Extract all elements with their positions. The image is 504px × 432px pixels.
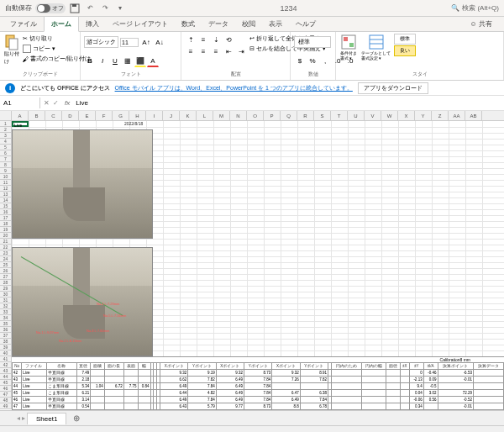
col-header[interactable]: K: [180, 111, 197, 120]
formula-bar[interactable]: Live: [72, 97, 504, 108]
cell-a1-selected[interactable]: Live: [12, 121, 29, 127]
qat-dropdown-icon[interactable]: ▾: [114, 3, 126, 14]
tab-help[interactable]: ヘルプ: [289, 17, 323, 31]
tab-file[interactable]: ファイル: [3, 17, 44, 31]
msgbar-title: どこにいても OFFICE にアクセス: [20, 84, 110, 92]
new-sheet-button[interactable]: ⊕: [68, 414, 85, 423]
cancel-formula-icon[interactable]: ✕: [44, 99, 50, 107]
decrease-font-icon[interactable]: A↓: [154, 36, 165, 48]
tab-formulas[interactable]: 数式: [175, 17, 202, 31]
col-header[interactable]: Z: [432, 111, 449, 120]
sheet-nav-prev-icon[interactable]: ▸: [22, 414, 25, 422]
align-right-icon[interactable]: ≡: [210, 45, 222, 57]
cell-date[interactable]: 2022/8/18: [124, 121, 143, 126]
tab-data[interactable]: データ: [202, 17, 235, 31]
indent-inc-icon[interactable]: ⇥: [235, 45, 247, 57]
measurement-table[interactable]: Calibration8 mm Noファイル名称直径面積面の長表面幅XポイントY…: [12, 356, 504, 410]
align-left-icon[interactable]: ≡: [185, 45, 197, 57]
group-clipboard-label: クリップボード: [3, 70, 76, 78]
percent-icon[interactable]: %: [307, 55, 318, 67]
col-header[interactable]: L: [197, 111, 213, 120]
col-header[interactable]: T: [331, 111, 348, 120]
col-header[interactable]: I: [146, 111, 163, 120]
select-all-corner[interactable]: [0, 111, 12, 120]
info-icon: i: [5, 83, 15, 93]
autosave-toggle[interactable]: オフ: [35, 3, 66, 13]
style-normal[interactable]: 標準: [394, 34, 416, 45]
conditional-format-button[interactable]: 条件付き 書式 ▾: [339, 34, 358, 61]
col-header[interactable]: G: [113, 111, 129, 120]
fill-color-button[interactable]: ⬛: [134, 55, 146, 67]
tab-view[interactable]: 表示: [262, 17, 289, 31]
col-header[interactable]: J: [163, 111, 180, 120]
autosave-label: 自動保存: [5, 3, 32, 13]
indent-dec-icon[interactable]: ⇤: [223, 45, 234, 57]
align-center-icon[interactable]: ≡: [197, 45, 209, 57]
increase-font-icon[interactable]: A↑: [140, 36, 152, 48]
number-format-select[interactable]: 標準: [294, 36, 331, 48]
worksheet-area[interactable]: ABCDEFGHIJKLMNOPQRSTUVWXYZAAAB 123456789…: [0, 111, 504, 410]
embedded-image-1[interactable]: [12, 129, 153, 239]
col-header[interactable]: C: [45, 111, 62, 120]
enter-formula-icon[interactable]: ✓: [53, 99, 59, 107]
col-header[interactable]: D: [62, 111, 79, 120]
col-header[interactable]: H: [129, 111, 146, 120]
col-header[interactable]: P: [264, 111, 281, 120]
tab-pagelayout[interactable]: ページ レイアウト: [106, 17, 175, 31]
cell-styles-gallery[interactable]: 標準 良い: [394, 34, 416, 56]
tab-home[interactable]: ホーム: [44, 16, 79, 32]
col-header[interactable]: E: [79, 111, 96, 120]
font-size-select[interactable]: 11: [120, 38, 139, 47]
font-name-select[interactable]: 游ゴシック: [84, 36, 118, 48]
col-header[interactable]: V: [365, 111, 381, 120]
undo-icon[interactable]: ↶: [84, 3, 96, 14]
col-header[interactable]: O: [247, 111, 264, 120]
col-header[interactable]: AA: [449, 111, 465, 120]
sheet-tab-sheet1[interactable]: Sheet1: [27, 413, 66, 424]
align-top-icon[interactable]: ⇡: [185, 34, 197, 45]
msgbar-download-button[interactable]: アプリをダウンロード: [358, 82, 428, 94]
col-header[interactable]: F: [96, 111, 113, 120]
col-header[interactable]: M: [213, 111, 230, 120]
bold-button[interactable]: B: [84, 55, 96, 67]
col-header[interactable]: U: [348, 111, 365, 120]
search-box[interactable]: 🔍 検索 (Alt+Q): [451, 3, 499, 13]
comma-icon[interactable]: ,: [319, 55, 331, 67]
msgbar-link[interactable]: Office モバイル アプリは、Word、Excel、PowerPoint を…: [115, 84, 353, 92]
currency-icon[interactable]: $: [294, 55, 306, 67]
col-header[interactable]: Q: [281, 111, 297, 120]
save-icon[interactable]: [69, 3, 81, 14]
copy-icon: [23, 45, 31, 53]
border-button[interactable]: ▦: [122, 55, 134, 67]
italic-button[interactable]: I: [97, 55, 108, 67]
col-header[interactable]: B: [29, 111, 45, 120]
message-bar: i どこにいても OFFICE にアクセス Office モバイル アプリは、W…: [0, 81, 504, 96]
align-bottom-icon[interactable]: ⇣: [210, 34, 222, 45]
title-bar: 自動保存 オフ ↶ ↷ ▾ 1234 🔍 検索 (Alt+Q): [0, 0, 504, 17]
paste-button[interactable]: 貼り付け: [3, 34, 20, 66]
format-as-table-button[interactable]: テーブルとして 書式設定 ▾: [360, 34, 391, 61]
col-header[interactable]: R: [297, 111, 314, 120]
sheet-nav-first-icon[interactable]: ◂: [17, 414, 20, 422]
cut-icon: ✂: [23, 35, 28, 42]
table-icon: [369, 34, 384, 50]
style-good[interactable]: 良い: [394, 45, 416, 56]
fx-icon[interactable]: fx: [62, 99, 72, 107]
tab-review[interactable]: 校閲: [235, 17, 262, 31]
redo-icon[interactable]: ↷: [99, 3, 111, 14]
font-color-button[interactable]: A: [147, 55, 159, 67]
col-header[interactable]: X: [398, 111, 415, 120]
embedded-image-2[interactable]: No.1 L:9.07mmNo.2 L:8.13mmNo.4 L:7.29mmN…: [12, 247, 153, 356]
align-middle-icon[interactable]: ≡: [197, 34, 209, 45]
col-header[interactable]: N: [230, 111, 247, 120]
col-header[interactable]: W: [381, 111, 398, 120]
orientation-icon[interactable]: ⟲: [223, 34, 234, 45]
tab-insert[interactable]: 挿入: [79, 17, 106, 31]
tab-share[interactable]: ☺ 共有: [464, 17, 499, 31]
col-header[interactable]: Y: [415, 111, 432, 120]
underline-button[interactable]: U: [109, 55, 121, 67]
col-header[interactable]: A: [12, 111, 29, 120]
name-box[interactable]: A1: [0, 97, 40, 108]
col-header[interactable]: AB: [465, 111, 482, 120]
col-header[interactable]: S: [314, 111, 331, 120]
